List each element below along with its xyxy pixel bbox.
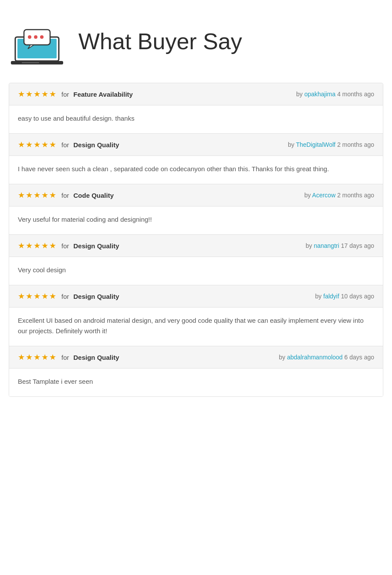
review-category: Design Quality bbox=[74, 293, 119, 300]
review-left: ★★★★★forDesign Quality bbox=[18, 291, 119, 301]
review-body: Very cool design bbox=[9, 257, 383, 285]
review-body: Excellent UI based on android material d… bbox=[9, 308, 383, 346]
review-left: ★★★★★forCode Quality bbox=[18, 190, 114, 200]
laptop-chat-icon bbox=[9, 17, 65, 65]
for-label: for bbox=[61, 293, 69, 300]
reviewer-name[interactable]: Acercow bbox=[312, 192, 336, 199]
review-block: ★★★★★forDesign Qualityby faldyif 10 days… bbox=[9, 285, 383, 346]
review-body: Very useful for material coding and desi… bbox=[9, 206, 383, 235]
review-meta: by Acercow 2 months ago bbox=[304, 192, 374, 199]
review-category: Code Quality bbox=[74, 192, 114, 199]
svg-rect-8 bbox=[22, 62, 39, 63]
review-meta: by abdalrahmanmolood 6 days ago bbox=[279, 354, 374, 361]
star-rating: ★★★★★ bbox=[18, 291, 57, 301]
review-block: ★★★★★forDesign Qualityby nanangtri 17 da… bbox=[9, 235, 383, 285]
review-left: ★★★★★forDesign Quality bbox=[18, 352, 119, 362]
for-label: for bbox=[61, 141, 69, 149]
reviewer-name[interactable]: faldyif bbox=[323, 293, 339, 300]
review-left: ★★★★★forFeature Availability bbox=[18, 89, 133, 99]
for-label: for bbox=[61, 242, 69, 250]
svg-point-7 bbox=[40, 35, 44, 39]
star-rating: ★★★★★ bbox=[18, 241, 57, 250]
for-label: for bbox=[61, 354, 69, 361]
review-category: Design Quality bbox=[74, 141, 119, 149]
for-label: for bbox=[61, 91, 69, 98]
star-rating: ★★★★★ bbox=[18, 140, 57, 149]
star-rating: ★★★★★ bbox=[18, 190, 57, 200]
review-header-row: ★★★★★forDesign Qualityby nanangtri 17 da… bbox=[9, 235, 383, 257]
star-rating: ★★★★★ bbox=[18, 89, 57, 99]
page-header: What Buyer Say bbox=[9, 13, 383, 70]
star-rating: ★★★★★ bbox=[18, 352, 57, 362]
svg-point-5 bbox=[28, 35, 31, 39]
review-category: Design Quality bbox=[74, 354, 119, 361]
page-title: What Buyer Say bbox=[78, 28, 242, 54]
review-meta: by TheDigitalWolf 2 months ago bbox=[288, 141, 374, 148]
review-left: ★★★★★forDesign Quality bbox=[18, 140, 119, 149]
review-category: Feature Availability bbox=[74, 91, 133, 98]
review-meta: by faldyif 10 days ago bbox=[315, 293, 374, 300]
review-left: ★★★★★forDesign Quality bbox=[18, 241, 119, 250]
review-block: ★★★★★forDesign Qualityby abdalrahmanmolo… bbox=[9, 346, 383, 396]
for-label: for bbox=[61, 192, 69, 199]
review-block: ★★★★★forCode Qualityby Acercow 2 months … bbox=[9, 184, 383, 235]
review-header-row: ★★★★★forDesign Qualityby TheDigitalWolf … bbox=[9, 134, 383, 156]
review-body: I have never seen such a clean , separat… bbox=[9, 156, 383, 184]
review-meta: by nanangtri 17 days ago bbox=[306, 242, 374, 249]
review-body: easy to use and beautiful design. thanks bbox=[9, 105, 383, 134]
review-header-row: ★★★★★forDesign Qualityby faldyif 10 days… bbox=[9, 285, 383, 308]
review-block: ★★★★★forDesign Qualityby TheDigitalWolf … bbox=[9, 134, 383, 184]
reviewer-name[interactable]: TheDigitalWolf bbox=[296, 141, 335, 148]
review-block: ★★★★★forFeature Availabilityby opakhajim… bbox=[9, 83, 383, 134]
svg-point-6 bbox=[34, 35, 37, 39]
review-category: Design Quality bbox=[74, 242, 119, 250]
review-header-row: ★★★★★forCode Qualityby Acercow 2 months … bbox=[9, 184, 383, 206]
reviews-container: ★★★★★forFeature Availabilityby opakhajim… bbox=[9, 83, 383, 397]
review-body: Best Tamplate i ever seen bbox=[9, 369, 383, 396]
reviewer-name[interactable]: abdalrahmanmolood bbox=[287, 354, 343, 361]
review-header-row: ★★★★★forDesign Qualityby abdalrahmanmolo… bbox=[9, 346, 383, 369]
reviewer-name[interactable]: opakhajima bbox=[304, 91, 336, 98]
review-meta: by opakhajima 4 months ago bbox=[296, 91, 374, 98]
review-header-row: ★★★★★forFeature Availabilityby opakhajim… bbox=[9, 83, 383, 105]
reviewer-name[interactable]: nanangtri bbox=[314, 242, 339, 249]
